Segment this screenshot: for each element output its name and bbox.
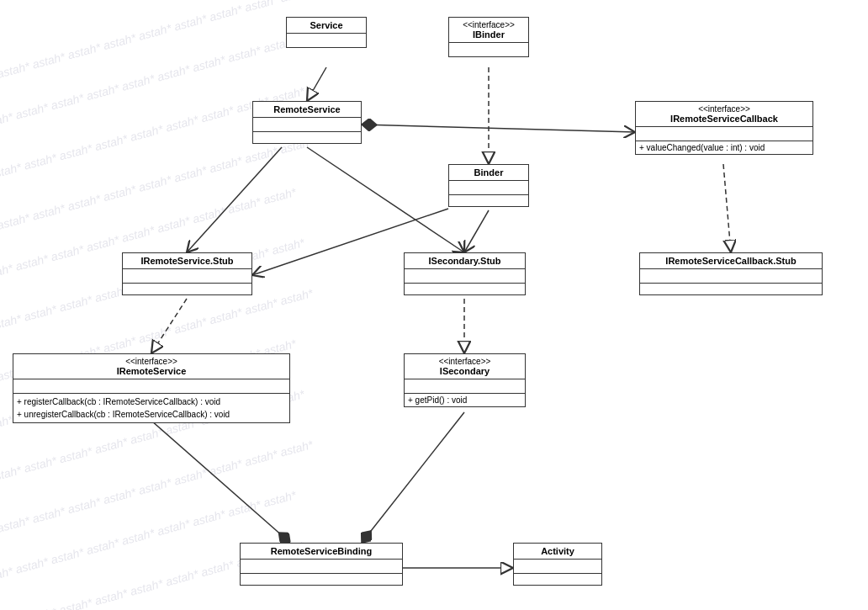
- box-binder: Binder: [448, 164, 529, 207]
- irsc-classname: IRemoteServiceCallback: [670, 114, 778, 124]
- is-classname: ISecondary: [440, 366, 490, 376]
- irs-classname: IRemoteService: [117, 366, 187, 376]
- remoteservice-section: [253, 131, 361, 143]
- ibinder-body: [449, 43, 528, 56]
- irs-body: [13, 379, 289, 393]
- svg-line-7: [307, 147, 464, 252]
- box-ibinder: <<interface>> IBinder: [448, 17, 529, 57]
- irs-stub-classname: IRemoteService.Stub: [140, 256, 233, 266]
- binder-classname: Binder: [474, 167, 504, 178]
- svg-line-10: [151, 299, 187, 353]
- box-remoteservice: RemoteService: [252, 101, 362, 144]
- svg-line-5: [362, 125, 635, 132]
- is-methods: + getPid() : void: [405, 393, 525, 406]
- rsb-classname: RemoteServiceBinding: [271, 546, 372, 556]
- ibinder-classname: IBinder: [473, 29, 505, 40]
- irsc-stereotype: <<interface>>: [641, 104, 807, 114]
- svg-line-6: [187, 147, 282, 252]
- activity-body: [514, 560, 601, 573]
- irs-stub-body: [123, 269, 251, 283]
- box-isecondary-stub: ISecondary.Stub: [404, 252, 526, 295]
- irs-stereotype: <<interface>>: [19, 357, 284, 366]
- activity-classname: Activity: [541, 546, 574, 556]
- irsc-methods: + valueChanged(value : int) : void: [636, 141, 812, 154]
- diagram-container: astah* astah* astah* astah* astah* astah…: [0, 0, 868, 610]
- irsc-stub-classname: IRemoteServiceCallback.Stub: [665, 256, 796, 266]
- arrows-svg: IRemoteServiceCallback (association with…: [0, 0, 868, 610]
- box-activity: Activity: [513, 543, 602, 586]
- irsc-stub-section: [640, 283, 822, 294]
- watermark: astah* astah* astah* astah* astah* astah…: [0, 0, 868, 610]
- box-iremoteservice-stub: IRemoteService.Stub: [122, 252, 252, 295]
- is-body: [405, 379, 525, 393]
- is-stub-section: [405, 283, 525, 294]
- remoteservice-classname: RemoteService: [273, 104, 341, 114]
- binder-body: [449, 181, 528, 194]
- box-isecondary: <<interface>> ISecondary + getPid() : vo…: [404, 353, 526, 407]
- svg-line-3: [307, 67, 326, 101]
- box-iremoteservice: <<interface>> IRemoteService + registerC…: [13, 353, 290, 423]
- service-body: [287, 34, 366, 47]
- svg-line-13: [151, 421, 290, 543]
- irs-stub-section: [123, 283, 251, 294]
- irsc-body: [636, 127, 812, 141]
- is-stub-body: [405, 269, 525, 283]
- box-irsc-stub: IRemoteServiceCallback.Stub: [639, 252, 823, 295]
- svg-line-14: [362, 412, 464, 543]
- box-service: Service: [286, 17, 367, 48]
- activity-section: [514, 573, 601, 585]
- is-stereotype: <<interface>>: [410, 357, 520, 366]
- binder-section: [449, 194, 528, 206]
- service-classname: Service: [310, 20, 342, 30]
- box-iremoteservicecallback: <<interface>> IRemoteServiceCallback + v…: [635, 101, 813, 155]
- remoteservice-body: [253, 118, 361, 131]
- irsc-stub-body: [640, 269, 822, 283]
- rsb-body: [241, 560, 402, 573]
- ibinder-stereotype: <<interface>>: [454, 20, 523, 29]
- svg-line-12: [723, 164, 731, 252]
- irs-methods: + registerCallback(cb : IRemoteServiceCa…: [13, 393, 289, 422]
- box-remoteservicebinding: RemoteServiceBinding: [240, 543, 403, 586]
- is-stub-classname: ISecondary.Stub: [429, 256, 501, 266]
- svg-line-9: [464, 210, 489, 252]
- rsb-section: [241, 573, 402, 585]
